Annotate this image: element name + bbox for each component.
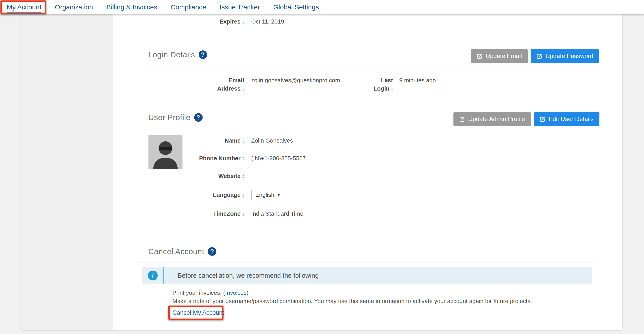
name-label: Name : <box>188 137 244 145</box>
timezone-label: TimeZone : <box>188 210 244 218</box>
timezone-value: India Standard Time <box>251 210 304 218</box>
login-details-actions: Update Email Update Password <box>471 49 599 63</box>
website-label: Website : <box>188 172 244 180</box>
language-selected-value: English <box>255 191 274 198</box>
login-details-title-text: Login Details <box>148 50 195 59</box>
cancel-instructions: Print your invoices. (Invoices) Make a n… <box>172 289 532 305</box>
help-icon[interactable]: ? <box>194 113 203 122</box>
language-label: Language : <box>188 191 244 199</box>
help-icon[interactable]: ? <box>198 51 207 59</box>
nav-tab-issue-tracker[interactable]: Issue Tracker <box>220 0 260 14</box>
nav-tab-my-account[interactable]: My Account <box>7 0 42 14</box>
email-address-label: Email Address : <box>215 76 244 93</box>
edit-icon <box>477 53 482 59</box>
banner-divider-line <box>164 267 164 283</box>
user-profile-title: User Profile ? <box>148 113 203 122</box>
update-email-label: Update Email <box>486 53 522 60</box>
cancel-account-title-text: Cancel Account <box>148 247 204 256</box>
email-address-row: Email Address : zolin.gonsalves@question… <box>215 76 340 93</box>
chevron-down-icon: ▼ <box>277 193 280 197</box>
phone-row: Phone Number : (IN)+1-206-855-5567 <box>188 154 306 163</box>
help-icon[interactable]: ? <box>208 247 216 256</box>
cancel-account-title: Cancel Account ? <box>148 247 216 256</box>
section-divider <box>137 67 596 67</box>
person-silhouette-icon <box>148 135 182 169</box>
cancel-instruction-line-2: Make a note of your username/password co… <box>172 297 532 305</box>
user-profile-actions: Update Admin Profile Edit User Details <box>454 112 600 126</box>
invoices-link[interactable]: Invoices <box>225 289 246 296</box>
section-divider <box>137 262 596 262</box>
nav-tab-global-settings[interactable]: Global Settings <box>273 0 319 14</box>
cancel-my-account-link[interactable]: Cancel My Account <box>172 309 224 316</box>
user-profile-title-text: User Profile <box>148 113 190 122</box>
license-expires-row: Expires : Oct 11, 2019 <box>215 18 284 26</box>
timezone-row: TimeZone : India Standard Time <box>188 210 306 218</box>
nav-tab-organization[interactable]: Organization <box>55 0 93 14</box>
line1-prefix: Print your invoices. ( <box>172 289 225 296</box>
main-panel: Expires : Oct 11, 2019 Login Details ? U… <box>113 14 622 330</box>
name-row: Name : Zolin Gonsalves <box>188 137 306 145</box>
expires-label: Expires : <box>215 18 244 26</box>
content-card: Expires : Oct 11, 2019 Login Details ? U… <box>21 14 622 330</box>
language-row: Language : English ▼ <box>188 190 306 200</box>
last-login-row: Last Login : 9 minutes ago <box>370 76 436 93</box>
last-login-label: Last Login : <box>370 76 393 93</box>
user-profile-fields: Name : Zolin Gonsalves Phone Number : (I… <box>188 137 306 227</box>
email-address-value: zolin.gonsalves@questionpro.com <box>251 76 340 85</box>
edit-icon <box>540 116 546 122</box>
update-admin-profile-label: Update Admin Profile <box>468 116 525 123</box>
language-value-wrap: English ▼ <box>251 190 284 200</box>
cancel-instruction-line-1: Print your invoices. (Invoices) <box>172 289 532 297</box>
last-login-value: 9 minutes ago <box>399 76 436 85</box>
phone-value: (IN)+1-206-855-5567 <box>251 154 306 163</box>
language-dropdown[interactable]: English ▼ <box>251 190 284 200</box>
phone-label: Phone Number : <box>188 154 244 163</box>
left-sidebar-panel <box>21 14 113 330</box>
info-banner: i Before cancellation, we recommend the … <box>142 267 592 283</box>
login-details-title: Login Details ? <box>148 50 207 59</box>
nav-tab-billing-invoices[interactable]: Billing & Invoices <box>106 0 157 14</box>
update-email-button[interactable]: Update Email <box>471 49 528 63</box>
name-value: Zolin Gonsalves <box>251 137 293 145</box>
update-password-label: Update Password <box>546 53 593 60</box>
edit-user-details-label: Edit User Details <box>548 116 594 123</box>
expires-value: Oct 11, 2019 <box>251 18 284 26</box>
update-admin-profile-button[interactable]: Update Admin Profile <box>454 112 531 126</box>
update-password-button[interactable]: Update Password <box>531 49 599 63</box>
top-navigation: My Account Organization Billing & Invoic… <box>0 0 644 14</box>
nav-tab-compliance[interactable]: Compliance <box>171 0 206 14</box>
profile-photo <box>148 135 182 169</box>
info-icon: i <box>148 270 158 280</box>
website-row: Website : <box>188 172 306 180</box>
line1-suffix: ) <box>246 289 248 296</box>
banner-text: Before cancellation, we recommend the fo… <box>178 267 319 283</box>
edit-user-details-button[interactable]: Edit User Details <box>534 112 600 126</box>
edit-icon <box>536 53 542 59</box>
section-divider <box>137 131 596 131</box>
edit-icon <box>459 116 465 122</box>
